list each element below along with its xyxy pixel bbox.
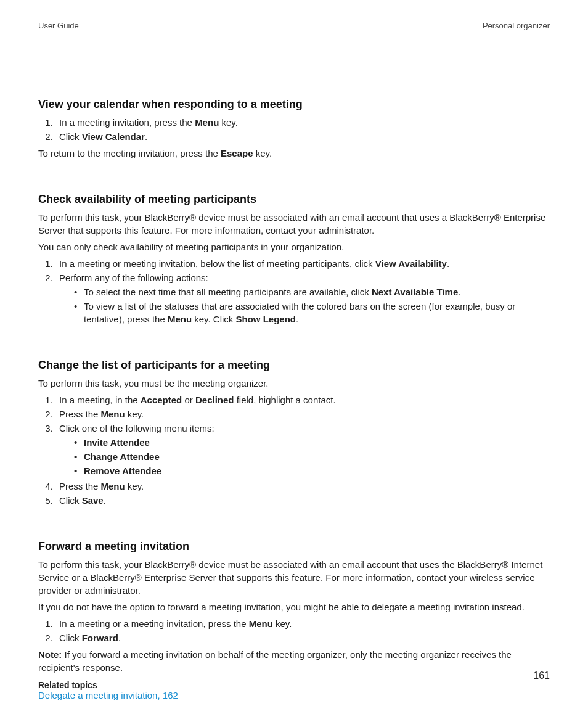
steps-check-availability: In a meeting or meeting invitation, belo… bbox=[38, 257, 550, 326]
sub-bullets: To select the next time that all meeting… bbox=[59, 285, 550, 326]
header-left: User Guide bbox=[38, 21, 79, 30]
bullet: To select the next time that all meeting… bbox=[74, 285, 550, 298]
step: Perform any of the following actions: To… bbox=[55, 271, 550, 326]
step: Press the Menu key. bbox=[55, 480, 550, 493]
step: In a meeting invitation, press the Menu … bbox=[55, 116, 550, 129]
section-heading-forward-meeting: Forward a meeting invitation bbox=[38, 540, 550, 553]
step: Click Save. bbox=[55, 494, 550, 507]
steps-forward-meeting: In a meeting or a meeting invitation, pr… bbox=[38, 617, 550, 644]
paragraph: To return to the meeting invitation, pre… bbox=[38, 147, 550, 160]
note-paragraph: Note: If you forward a meeting invitatio… bbox=[38, 648, 550, 674]
step: Click View Calendar. bbox=[55, 130, 550, 143]
step: Press the Menu key. bbox=[55, 408, 550, 421]
related-topics-heading: Related topics bbox=[38, 680, 550, 690]
related-topic-link[interactable]: Delegate a meeting invitation, 162 bbox=[38, 690, 178, 700]
bullet: To view a list of the statuses that are … bbox=[74, 300, 550, 326]
bullet: Remove Attendee bbox=[74, 464, 550, 477]
paragraph: To perform this task, your BlackBerry® d… bbox=[38, 211, 550, 237]
step: In a meeting, in the Accepted or Decline… bbox=[55, 393, 550, 406]
paragraph: To perform this task, you must be the me… bbox=[38, 377, 550, 390]
page-number: 161 bbox=[533, 670, 550, 681]
bullet: Change Attendee bbox=[74, 450, 550, 463]
steps-view-calendar: In a meeting invitation, press the Menu … bbox=[38, 116, 550, 143]
steps-change-participants: In a meeting, in the Accepted or Decline… bbox=[38, 393, 550, 507]
section-heading-check-availability: Check availability of meeting participan… bbox=[38, 193, 550, 206]
bullet: Invite Attendee bbox=[74, 436, 550, 449]
page-header: User Guide Personal organizer bbox=[38, 21, 550, 30]
paragraph: To perform this task, your BlackBerry® d… bbox=[38, 558, 550, 597]
header-right: Personal organizer bbox=[483, 21, 550, 30]
paragraph: You can only check availability of meeti… bbox=[38, 240, 550, 253]
section-heading-view-calendar: View your calendar when responding to a … bbox=[38, 98, 550, 111]
step: Click Forward. bbox=[55, 631, 550, 644]
step: Click one of the following menu items: I… bbox=[55, 422, 550, 477]
step: In a meeting or meeting invitation, belo… bbox=[55, 257, 550, 270]
sub-bullets: Invite Attendee Change Attendee Remove A… bbox=[59, 436, 550, 477]
step: In a meeting or a meeting invitation, pr… bbox=[55, 617, 550, 630]
section-heading-change-participants: Change the list of participants for a me… bbox=[38, 359, 550, 372]
paragraph: If you do not have the option to forward… bbox=[38, 601, 550, 614]
